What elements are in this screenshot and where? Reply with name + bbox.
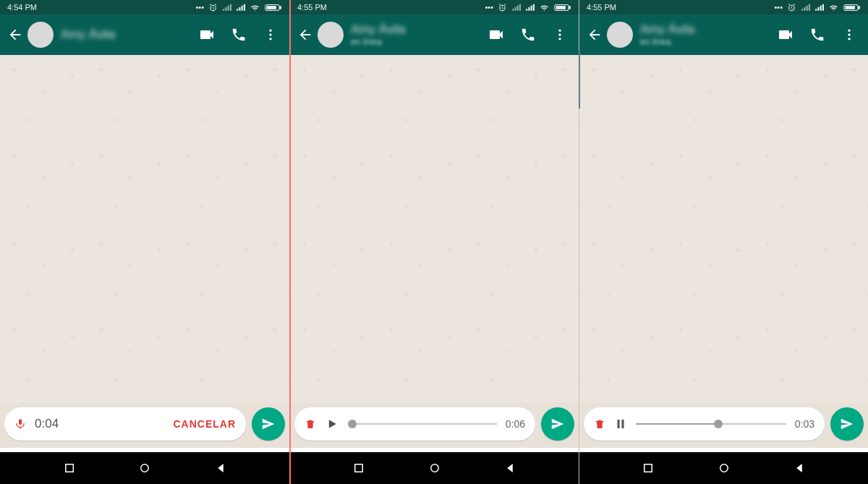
- contact-avatar[interactable]: [607, 22, 633, 48]
- signal-2-icon: [814, 3, 824, 12]
- send-button[interactable]: [830, 407, 864, 441]
- chat-messages-area[interactable]: [0, 55, 289, 403]
- wifi-icon: [539, 3, 550, 12]
- svg-point-23: [848, 33, 850, 35]
- menu-button[interactable]: [835, 14, 864, 55]
- separator-line: [579, 51, 580, 109]
- back-button[interactable]: [582, 14, 607, 55]
- more-icon: •••: [774, 3, 783, 12]
- track-thumb[interactable]: [714, 420, 723, 428]
- contact-status: en línea: [640, 37, 771, 47]
- video-call-button[interactable]: [192, 14, 221, 55]
- signal-1-icon: [801, 3, 810, 12]
- track-fill: [636, 423, 718, 425]
- cancel-recording-button[interactable]: CANCELAR: [173, 418, 236, 430]
- voice-call-button[interactable]: [224, 14, 253, 55]
- nav-recent-button[interactable]: [642, 462, 655, 475]
- menu-button[interactable]: [256, 14, 285, 55]
- status-bar: 4:55 PM •••: [290, 0, 579, 14]
- nav-bar: [579, 452, 868, 484]
- more-icon: •••: [485, 3, 493, 12]
- svg-rect-26: [622, 420, 624, 428]
- nav-home-button[interactable]: [138, 462, 151, 475]
- signal-2-icon: [525, 3, 535, 12]
- nav-bar: [290, 452, 579, 484]
- battery-icon: [265, 3, 282, 12]
- svg-rect-27: [644, 464, 652, 472]
- nav-home-button[interactable]: [428, 462, 441, 475]
- wifi-icon: [828, 3, 839, 12]
- nav-home-button[interactable]: [718, 462, 731, 475]
- delete-recording-button[interactable]: [305, 417, 316, 431]
- playback-track[interactable]: [348, 417, 497, 431]
- contact-title-area[interactable]: Amy Ávila en línea: [344, 22, 482, 47]
- header-actions: [192, 14, 285, 55]
- alarm-icon: [498, 3, 507, 12]
- play-button[interactable]: [325, 417, 339, 431]
- playback-track[interactable]: [636, 417, 786, 431]
- svg-point-22: [848, 30, 850, 32]
- svg-point-28: [720, 464, 728, 472]
- svg-rect-3: [266, 6, 276, 9]
- svg-rect-2: [280, 6, 281, 8]
- svg-rect-12: [556, 6, 566, 9]
- svg-rect-21: [845, 6, 855, 9]
- send-button[interactable]: [252, 407, 285, 441]
- battery-icon: [843, 3, 861, 12]
- nav-back-button[interactable]: [793, 462, 806, 475]
- svg-rect-20: [859, 6, 860, 8]
- contact-title-area[interactable]: Amy Ávila en línea: [633, 22, 771, 47]
- svg-point-14: [558, 33, 561, 35]
- back-button[interactable]: [293, 14, 318, 55]
- track-thumb[interactable]: [348, 420, 357, 428]
- phone-screen-3: 4:55 PM ••• Amy Ávila en línea: [579, 0, 868, 484]
- contact-title-area[interactable]: Amy Ávila: [54, 27, 192, 42]
- chat-header: Amy Ávila: [0, 14, 289, 55]
- contact-status: en línea: [351, 37, 482, 47]
- nav-recent-button[interactable]: [352, 462, 365, 475]
- recording-time: 0:04: [35, 417, 59, 431]
- nav-recent-button[interactable]: [63, 462, 76, 475]
- track-line: [348, 423, 497, 425]
- video-call-button[interactable]: [482, 14, 511, 55]
- header-actions: [771, 14, 864, 55]
- delete-recording-button[interactable]: [594, 417, 605, 431]
- separator-line: [289, 0, 291, 484]
- signal-2-icon: [236, 3, 245, 12]
- contact-name: Amy Ávila: [61, 27, 192, 42]
- svg-point-24: [848, 38, 850, 40]
- chat-messages-area[interactable]: [290, 55, 579, 403]
- status-time: 4:55 PM: [297, 3, 327, 12]
- voice-preview-pill: 0:03: [584, 407, 825, 441]
- svg-point-8: [141, 464, 149, 472]
- menu-button[interactable]: [545, 14, 574, 55]
- contact-avatar[interactable]: [318, 22, 344, 48]
- nav-back-button[interactable]: [214, 462, 227, 475]
- more-icon: •••: [195, 3, 204, 12]
- pause-button[interactable]: [614, 417, 627, 430]
- voice-call-button[interactable]: [514, 14, 542, 55]
- voice-preview-pill: 0:06: [294, 407, 535, 441]
- signal-1-icon: [222, 3, 231, 12]
- input-footer: 0:06: [290, 403, 579, 448]
- status-bar: 4:55 PM •••: [579, 0, 868, 14]
- contact-avatar[interactable]: [27, 22, 54, 48]
- back-button[interactable]: [3, 14, 27, 55]
- status-tray: •••: [774, 3, 861, 12]
- chat-messages-area[interactable]: [579, 55, 868, 403]
- voice-call-button[interactable]: [803, 14, 832, 55]
- status-tray: •••: [195, 3, 282, 12]
- send-button[interactable]: [541, 407, 574, 441]
- status-time: 4:55 PM: [587, 3, 616, 12]
- svg-point-4: [269, 30, 271, 32]
- svg-rect-25: [618, 420, 620, 428]
- playback-time: 0:06: [506, 418, 525, 430]
- video-call-button[interactable]: [771, 14, 800, 55]
- alarm-icon: [208, 3, 218, 12]
- alarm-icon: [787, 3, 796, 12]
- mic-recording-icon: [14, 416, 26, 432]
- wifi-icon: [250, 3, 260, 12]
- status-time: 4:54 PM: [7, 3, 37, 12]
- nav-back-button[interactable]: [503, 462, 516, 475]
- nav-bar: [0, 452, 289, 484]
